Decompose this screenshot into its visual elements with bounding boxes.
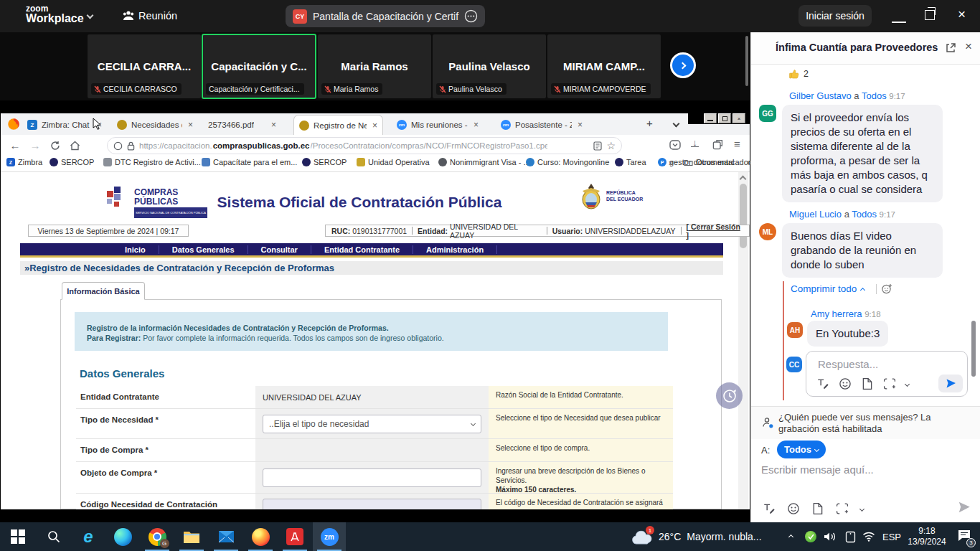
format-text-icon[interactable] [816, 377, 829, 390]
audience-name[interactable]: Todos [862, 90, 887, 101]
nav-entidad-contratante[interactable]: Entidad Contratante [311, 245, 413, 254]
other-bookmarks[interactable]: Otros marcadores [684, 158, 759, 166]
pocket-icon[interactable] [669, 140, 681, 151]
notification-center[interactable]: 3 [950, 522, 979, 551]
tab-informacion-basica[interactable]: Información Básica [62, 282, 145, 300]
forward-button[interactable]: → [25, 139, 45, 151]
weather-widget[interactable]: 1 26°C Mayorm. nubla... [631, 522, 775, 551]
participant-tile[interactable]: Paulina Velasco Paulina Velasco [433, 34, 546, 98]
downloads-icon[interactable]: ↓ [691, 138, 699, 147]
chat-scrollbar[interactable] [971, 321, 976, 377]
taskbar-mail[interactable] [209, 522, 242, 551]
browser-tab-active[interactable]: Registro de Necesidades × [293, 115, 383, 135]
home-icon[interactable] [70, 141, 80, 151]
chevron-down-icon[interactable] [87, 12, 94, 19]
chat-close-icon[interactable]: × [965, 39, 972, 54]
chevron-down-icon[interactable] [905, 381, 910, 386]
bookmark-item[interactable]: Tarea [615, 158, 646, 166]
bookmark-item[interactable]: Curso: Movingonline [526, 158, 609, 166]
new-tab-button[interactable]: + [646, 117, 653, 129]
tab-close-icon[interactable]: × [271, 120, 276, 130]
shield-icon[interactable] [113, 141, 123, 151]
nav-inicio[interactable]: Inicio [112, 245, 159, 254]
nav-consultar[interactable]: Consultar [248, 245, 311, 254]
browser-tab[interactable]: Necesidades de Contrat... × [112, 116, 198, 134]
reader-view-icon[interactable] [593, 141, 602, 151]
tab-reunion[interactable]: Reunión [138, 10, 177, 22]
participant-tile[interactable]: CECILIA CARRA... CECILIA CARRASCO [88, 34, 201, 98]
next-participants-button[interactable] [670, 52, 696, 78]
sender-name[interactable]: Gilber Gustavo [789, 90, 852, 101]
tray-display[interactable] [841, 522, 859, 551]
firefox-icon[interactable] [7, 118, 20, 131]
start-button[interactable] [1, 522, 34, 551]
taskbar-firefox[interactable] [244, 522, 277, 551]
shared-screen-pill[interactable]: CY Pantalla de Capacitación y Certif [286, 5, 485, 27]
bookmark-item[interactable]: Unidad Operativa [357, 158, 430, 166]
bookmark-item[interactable]: ZZimbra [6, 158, 42, 166]
overlay-restore-button[interactable] [718, 113, 731, 123]
composer-placeholder[interactable]: Escribir mensaje aquí... [761, 463, 874, 476]
back-button[interactable]: ← [5, 139, 25, 151]
emoji-icon[interactable] [787, 502, 800, 515]
file-icon[interactable] [861, 377, 874, 390]
message-reaction[interactable]: 2 [788, 68, 809, 80]
sender-name[interactable]: Miguel Lucio [789, 209, 842, 220]
collapse-thread[interactable]: Comprimir todo [791, 283, 893, 295]
reply-send-button[interactable] [938, 375, 963, 392]
tray-volume[interactable] [821, 522, 839, 551]
close-button[interactable]: × [958, 6, 966, 22]
taskbar-internet-explorer[interactable]: e [72, 522, 105, 551]
participant-tile[interactable]: Maria Ramos Maria Ramos [318, 34, 431, 98]
taskbar-edge[interactable] [106, 522, 139, 551]
tipo-necesidad-select[interactable]: ..Elija el tipo de necesidad [263, 415, 481, 433]
reload-icon[interactable] [45, 141, 65, 151]
pop-out-icon[interactable] [945, 42, 956, 54]
more-options-icon[interactable] [464, 9, 478, 23]
browser-tab[interactable]: zm Mis reuniones - Zoom × [392, 116, 484, 134]
reply-placeholder[interactable]: Respuesta... [818, 358, 878, 370]
taskbar-chrome[interactable]: G [141, 522, 174, 551]
audience-selector[interactable]: Todos [777, 441, 826, 458]
tray-language[interactable]: ESP [880, 522, 904, 551]
strip-scrollbar[interactable] [745, 36, 748, 86]
file-icon[interactable] [811, 502, 824, 515]
add-reaction-icon[interactable] [881, 283, 893, 295]
tray-antivirus[interactable] [802, 522, 819, 551]
logout-link[interactable]: [ Cerrar Sesión ] [687, 222, 743, 240]
audience-name[interactable]: Todos [852, 209, 877, 220]
address-bar[interactable]: https://capacitacion.compraspublicas.gob… [107, 137, 622, 154]
tray-wifi[interactable] [859, 522, 878, 551]
participant-tile-active-speaker[interactable]: Capacitación y C... Capacitación y Certi… [202, 34, 316, 98]
bookmark-item[interactable]: Nonimmigrant Visa - ... [438, 158, 530, 166]
bookmark-item[interactable]: SERCOP [302, 158, 347, 166]
minimize-button[interactable] [892, 9, 906, 23]
search-button[interactable] [37, 522, 70, 551]
sender-name[interactable]: Amy herrera [811, 309, 862, 319]
tray-show-hidden[interactable] [782, 522, 799, 551]
reply-box[interactable]: Respuesta... [806, 351, 968, 397]
tab-list-icon[interactable] [673, 121, 680, 128]
taskbar-acrobat[interactable] [278, 522, 311, 551]
bookmark-item[interactable]: SERCOP [50, 158, 94, 166]
bookmark-star-icon[interactable]: ☆ [606, 140, 616, 151]
bookmarks-chevrons[interactable]: » [669, 158, 674, 168]
menu-icon[interactable]: ≡ [734, 138, 740, 150]
collapse-label[interactable]: Comprimir todo [791, 283, 857, 294]
sign-in-button[interactable]: Iniciar sesión [798, 5, 872, 27]
tab-close-icon[interactable]: × [578, 120, 583, 130]
browser-tab[interactable]: zm Posasistente - Zoom × [496, 116, 588, 134]
chevron-down-icon[interactable] [859, 506, 864, 511]
objeto-compra-input[interactable] [263, 468, 481, 487]
tab-close-icon[interactable]: × [372, 121, 377, 131]
overlay-close-button[interactable]: × [732, 113, 745, 123]
nav-datos-generales[interactable]: Datos Generales [159, 245, 248, 254]
maximize-button[interactable] [925, 10, 935, 20]
participant-tile[interactable]: MIRIAM CAMP... MIRIAM CAMPOVERDE [547, 34, 661, 98]
screenshot-icon[interactable] [836, 502, 849, 515]
overlay-minimize-button[interactable] [704, 113, 717, 123]
tab-close-icon[interactable]: × [188, 120, 193, 130]
format-text-icon[interactable] [763, 502, 776, 515]
extension-icon[interactable] [712, 139, 723, 150]
timer-widget[interactable] [716, 382, 743, 409]
